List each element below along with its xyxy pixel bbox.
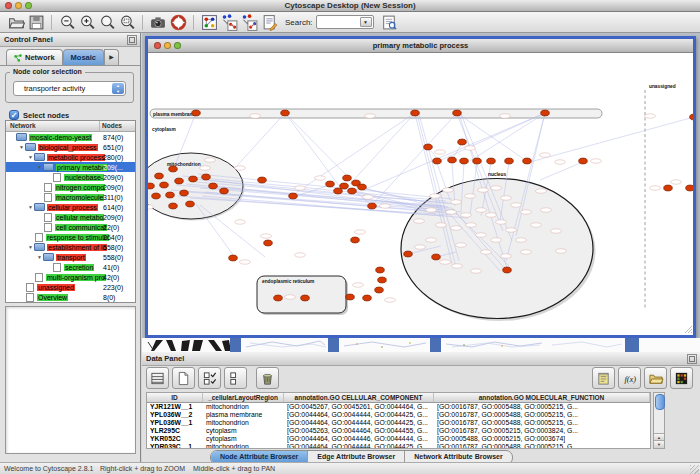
frame-minimize-icon[interactable] [164,42,171,49]
create-attribute-icon[interactable] [172,367,195,389]
layout-edges-icon[interactable] [239,13,259,32]
tree-row[interactable]: ▼metabolic process280(0) [6,152,135,162]
scroll-down-icon[interactable]: ▼ [654,440,664,448]
network-node[interactable] [375,287,384,293]
select-nodes-checkbox[interactable]: ✓ [9,110,19,120]
layout-nodes-icon[interactable] [219,13,239,32]
tree-row[interactable]: ▼biological_process651(0) [6,142,135,152]
network-node[interactable] [264,240,273,246]
frame-zoom-icon[interactable] [174,42,181,49]
network-node[interactable] [505,158,514,164]
search-dropdown-icon[interactable]: ▼ [360,17,372,27]
expand-icon[interactable]: ▼ [27,204,34,210]
network-node[interactable] [503,267,512,273]
zoom-in-icon[interactable] [77,13,97,32]
tab-mosaic[interactable]: Mosaic [63,49,104,65]
expand-icon[interactable]: ▼ [27,154,34,160]
open-session-icon[interactable] [6,13,26,32]
network-node[interactable] [175,178,184,184]
network-view-icon[interactable] [199,13,219,32]
table-row[interactable]: YLR295Ccytoplasm[GO:0045263, GO:0044464,… [147,427,650,435]
snapshot-icon[interactable] [148,13,168,32]
network-node[interactable] [192,110,201,116]
network-node[interactable] [209,183,218,189]
help-icon[interactable] [168,13,188,32]
network-node[interactable] [160,182,169,188]
tree-row[interactable]: nitrogen compo209(0) [6,182,135,192]
network-node[interactable] [258,177,267,183]
network-node[interactable] [274,295,283,301]
tree-row[interactable]: unassigned223(0) [6,282,135,292]
network-node[interactable] [664,185,673,191]
expand-icon[interactable]: ▼ [36,254,43,260]
network-node[interactable] [334,188,343,194]
float-data-panel-icon[interactable] [687,354,697,364]
table-row[interactable]: YDR039C__1mitochondrion[GO:0044464, GO:0… [147,443,650,449]
network-node[interactable] [202,174,211,180]
tree-row[interactable]: cellular metabo209(0) [6,212,135,222]
network-node[interactable] [289,193,298,199]
window-resize-grip[interactable] [690,465,699,474]
network-node[interactable] [358,184,367,190]
zoom-fit-icon[interactable] [97,13,117,32]
network-node[interactable] [523,158,532,164]
network-node[interactable] [351,237,360,243]
tree-row[interactable]: ▼establishment of lo558(0) [6,242,135,252]
table-row[interactable]: YPL036W__2plasma membrane[GO:0044464, GO… [147,411,650,419]
network-node[interactable] [169,166,178,172]
network-node[interactable] [326,181,335,187]
tree-row[interactable]: ▼transport558(0) [6,252,135,262]
background-windows-strip[interactable] [142,338,700,352]
float-panel-icon[interactable] [127,35,137,45]
network-node[interactable] [340,183,349,189]
network-canvas[interactable]: plasma membranecytoplasmmitochondrionnuc… [148,53,693,335]
table-column-header[interactable]: annotation.GO MOLECULAR_FUNCTION [434,393,650,402]
network-node[interactable] [348,188,357,194]
expand-icon[interactable]: ▼ [18,144,25,150]
tree-row[interactable]: nucleobase-209(0) [6,172,135,182]
zoom-out-icon[interactable] [57,13,77,32]
network-node[interactable] [541,110,550,116]
save-session-icon[interactable] [26,13,46,32]
table-column-header[interactable]: ID [147,393,203,402]
network-node[interactable] [166,192,175,198]
attribute-search-icon[interactable] [380,13,400,32]
network-node[interactable] [368,203,377,209]
network-node[interactable] [346,294,355,300]
import-attributes-icon[interactable] [644,367,667,389]
network-node[interactable] [432,254,441,260]
tree-row[interactable]: ▼primary metabo209(... [6,162,135,172]
node-color-attribute-select[interactable]: transporter activity ▲▼ [13,81,126,96]
network-node[interactable] [473,158,482,164]
network-node[interactable] [343,175,352,181]
network-node[interactable] [376,267,385,273]
table-row[interactable]: YKR052Ccytoplasm[GO:0044464, GO:0044446,… [147,435,650,443]
tree-row[interactable]: Overview8(0) [6,292,135,302]
tab-network[interactable]: Network [6,49,63,65]
canvas-resize-grip[interactable] [685,326,692,333]
network-node[interactable] [169,203,178,209]
tree-row[interactable]: multi-organism pro42(0) [6,272,135,282]
select-attributes-icon[interactable] [146,367,169,389]
network-node[interactable] [378,277,387,283]
tab-overflow-button[interactable]: ▶ [104,49,119,65]
expand-icon[interactable]: ▼ [36,164,43,170]
attribute-editor-icon[interactable] [592,367,615,389]
network-node[interactable] [220,188,229,194]
table-column-header[interactable]: _cellularLayoutRegion [203,393,284,402]
unselect-all-attributes-icon[interactable] [224,367,247,389]
search-input[interactable]: ▼ [316,15,374,29]
combo-stepper-icon[interactable]: ▲▼ [112,83,124,94]
network-node[interactable] [411,110,420,116]
expand-icon[interactable]: ▼ [27,244,34,250]
table-column-header[interactable]: annotation.GO CELLULAR_COMPONENT [284,393,434,402]
network-node[interactable] [189,176,198,182]
network-node[interactable] [148,183,154,189]
network-node[interactable] [152,193,161,199]
zoom-selected-region-icon[interactable] [117,13,137,32]
network-node[interactable] [686,185,693,191]
table-scrollbar[interactable]: ▲ ▼ [653,392,665,449]
network-node[interactable] [460,158,469,164]
network-node[interactable] [579,158,588,164]
annotation-icon[interactable] [259,13,279,32]
